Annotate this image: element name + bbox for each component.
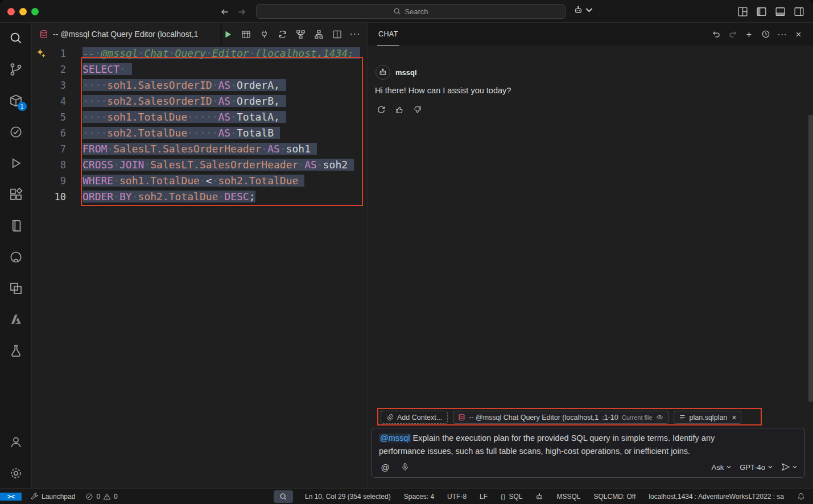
command-center-search[interactable]: Search [256, 4, 566, 19]
activity-badge: 1 [18, 102, 27, 111]
window-controls [7, 8, 39, 15]
change-connection-icon[interactable] [276, 28, 288, 40]
redo-icon[interactable] [727, 29, 738, 40]
launchpad-item[interactable]: Launchpad [30, 493, 76, 501]
code-line[interactable]: 8CROSS·JOIN·SalesLT.SalesOrderHeader·AS·… [32, 157, 367, 173]
code-line[interactable]: 7FROM·SalesLT.SalesOrderHeader·AS·soh1 [32, 141, 367, 157]
code-line[interactable]: 1--·@mssql·Chat·Query·Editor·(localhost,… [32, 46, 367, 61]
activity-search-icon[interactable] [9, 31, 23, 46]
github-icon[interactable] [9, 250, 23, 265]
eol-item[interactable]: LF [478, 493, 489, 501]
zoom-window-button[interactable] [31, 8, 39, 15]
chevron-down-icon [792, 464, 798, 470]
context-chip-current-file[interactable]: -- @mssql Chat Query Editor (localhost,1… [453, 411, 668, 424]
status-bar: >< Launchpad 0 0 Ln 10, Col 29 (354 sele… [0, 488, 813, 504]
task-check-icon[interactable] [9, 125, 23, 139]
language-item[interactable]: {} SQL [500, 493, 523, 501]
add-context-button[interactable]: Add Context... [381, 411, 448, 424]
actual-plan-icon[interactable] [313, 28, 324, 40]
error-icon [85, 493, 93, 501]
encoding-item[interactable]: UTF-8 [446, 493, 468, 501]
flask-icon[interactable] [9, 344, 23, 358]
braces-icon: {} [501, 493, 506, 500]
code-line[interactable]: 6····soh2.TotalDue·····AS·TotalB [32, 125, 367, 141]
accounts-icon[interactable] [9, 435, 23, 449]
selected-code-text: FROM·SalesLT.SalesOrderHeader·AS·soh1 [82, 143, 317, 155]
chat-input-text[interactable]: @mssqlExplain the execution plan for the… [379, 432, 750, 458]
context-chip-sqlplan[interactable]: plan.sqlplan × [674, 411, 742, 424]
code-editor[interactable]: 1--·@mssql·Chat·Query·Editor·(localhost,… [32, 46, 367, 488]
forward-icon[interactable] [236, 6, 248, 18]
tab-chat[interactable]: CHAT [377, 23, 399, 46]
model-label: GPT-4o [740, 463, 765, 472]
mode-dropdown[interactable]: Ask [712, 463, 732, 472]
references-package-icon[interactable]: 1 [9, 93, 23, 108]
estimated-plan-icon[interactable] [295, 28, 306, 40]
code-line[interactable]: 9WHERE·soh1.TotalDue·<·soh2.TotalDue [32, 173, 367, 189]
chat-history-icon[interactable] [760, 29, 771, 40]
source-control-icon[interactable] [9, 62, 23, 77]
back-icon[interactable] [218, 6, 231, 18]
chat-header-actions: + ··· × [711, 23, 804, 46]
status-search-icon[interactable] [274, 490, 293, 503]
new-chat-icon[interactable]: + [744, 29, 754, 40]
disconnect-plug-icon[interactable] [258, 28, 270, 40]
cursor-position-item[interactable]: Ln 10, Col 29 (354 selected) [304, 493, 392, 501]
mic-icon[interactable] [399, 461, 411, 473]
code-line[interactable]: 3····soh1.SalesOrderID·AS·OrderA, [32, 77, 367, 93]
remote-indicator[interactable]: >< [0, 493, 22, 501]
send-button[interactable] [781, 462, 798, 472]
notebook-book-icon[interactable] [9, 218, 23, 233]
thumbs-down-icon[interactable] [412, 104, 423, 115]
minimize-window-button[interactable] [19, 8, 27, 15]
regenerate-icon[interactable] [375, 104, 386, 115]
toggle-primary-sidebar-icon[interactable] [755, 5, 767, 18]
selected-code-text: ORDER·BY·soh2.TotalDue·DESC; [82, 191, 255, 203]
line-number: 7 [32, 141, 66, 157]
editor-tab[interactable]: -- @mssql Chat Query Editor (localhost,1 [32, 23, 220, 46]
remote-explorer-icon[interactable] [9, 281, 23, 296]
chat-message-header: mssql [375, 65, 417, 80]
history-navigation [218, 6, 248, 18]
customize-layout-icon[interactable] [736, 5, 749, 18]
copilot-sparkle-icon[interactable] [35, 48, 47, 59]
notifications-bell-icon[interactable] [796, 493, 806, 501]
mssql-mention[interactable]: @mssql [379, 433, 411, 443]
toggle-panel-icon[interactable] [774, 5, 786, 18]
azure-icon[interactable] [9, 312, 23, 327]
eye-icon[interactable] [656, 414, 663, 421]
results-grid-icon[interactable] [240, 28, 251, 40]
toggle-secondary-sidebar-icon[interactable] [793, 5, 805, 18]
thumbs-up-icon[interactable] [394, 104, 405, 115]
close-chat-icon[interactable]: × [793, 29, 804, 40]
copilot-status-icon[interactable] [534, 493, 544, 501]
selected-code-text: ····soh1.TotalDue·····AS·TotalA, [82, 111, 286, 123]
sqlcmd-item[interactable]: SQLCMD: Off [593, 493, 637, 501]
run-query-icon[interactable] [222, 28, 233, 40]
mssql-item[interactable]: MSSQL [555, 493, 581, 501]
close-window-button[interactable] [7, 8, 15, 15]
mention-at-icon[interactable]: @ [379, 461, 391, 473]
model-dropdown[interactable]: GPT-4o [740, 463, 773, 472]
copilot-menu[interactable] [573, 5, 594, 15]
launchpad-icon [31, 493, 39, 501]
run-debug-icon[interactable] [9, 156, 23, 171]
code-line[interactable]: 2SELECT· [32, 61, 367, 77]
code-line[interactable]: 5····soh1.TotalDue·····AS·TotalA, [32, 109, 367, 125]
undo-icon[interactable] [711, 29, 721, 40]
remove-chip-icon[interactable]: × [732, 413, 736, 422]
chat-input-box[interactable]: @mssqlExplain the execution plan for the… [372, 428, 805, 478]
editor-tab-bar: -- @mssql Chat Query Editor (localhost,1 [32, 23, 367, 46]
more-actions-icon[interactable]: ··· [349, 28, 361, 40]
code-line[interactable]: 4····soh2.SalesOrderID·AS·OrderB, [32, 93, 367, 109]
extensions-icon[interactable] [9, 187, 23, 202]
settings-gear-icon[interactable] [9, 466, 23, 481]
code-line[interactable]: 10ORDER·BY·soh2.TotalDue·DESC; [32, 189, 367, 205]
context-file-title: -- @mssql Chat Query Editor (localhost,1 [469, 414, 599, 422]
chat-more-icon[interactable]: ··· [777, 29, 787, 40]
chat-scrollbar[interactable] [808, 115, 813, 402]
connection-item[interactable]: localhost,1434 : AdventureWorksLT2022 : … [647, 493, 785, 501]
indentation-item[interactable]: Spaces: 4 [403, 493, 435, 501]
split-editor-icon[interactable] [331, 28, 342, 40]
problems-item[interactable]: 0 0 [84, 493, 118, 501]
